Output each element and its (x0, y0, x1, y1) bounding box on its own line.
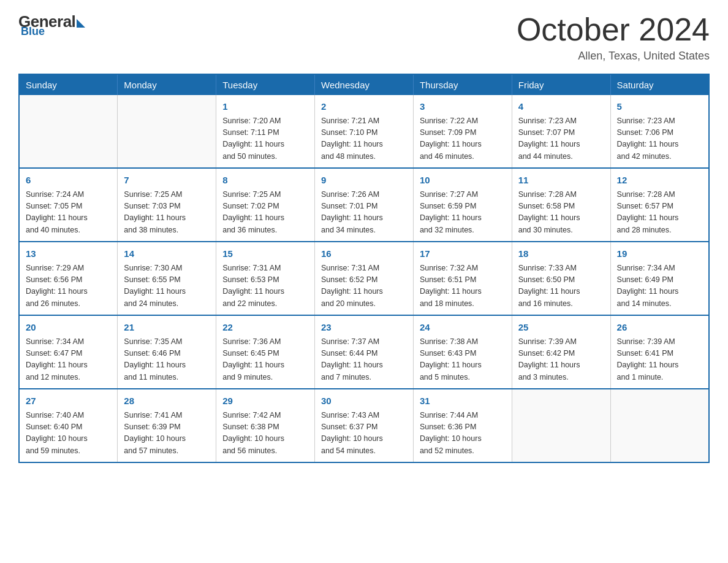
table-row: 20Sunrise: 7:34 AM Sunset: 6:47 PM Dayli… (19, 315, 118, 389)
logo-triangle-icon (77, 19, 85, 28)
day-info: Sunrise: 7:36 AM Sunset: 6:45 PM Dayligh… (222, 336, 308, 384)
calendar-table: Sunday Monday Tuesday Wednesday Thursday… (18, 74, 710, 463)
calendar-week-row: 13Sunrise: 7:29 AM Sunset: 6:56 PM Dayli… (19, 242, 709, 315)
header-monday: Monday (118, 74, 216, 95)
calendar-week-row: 1Sunrise: 7:20 AM Sunset: 7:11 PM Daylig… (19, 95, 709, 168)
header-friday: Friday (512, 74, 610, 95)
day-info: Sunrise: 7:33 AM Sunset: 6:50 PM Dayligh… (518, 262, 604, 310)
logo: General Blue (18, 12, 85, 38)
day-number: 15 (222, 247, 308, 261)
table-row: 10Sunrise: 7:27 AM Sunset: 6:59 PM Dayli… (413, 168, 512, 242)
day-number: 1 (222, 100, 308, 114)
table-row: 3Sunrise: 7:22 AM Sunset: 7:09 PM Daylig… (413, 95, 512, 168)
table-row: 12Sunrise: 7:28 AM Sunset: 6:57 PM Dayli… (610, 168, 709, 242)
day-number: 8 (222, 174, 308, 188)
table-row: 2Sunrise: 7:21 AM Sunset: 7:10 PM Daylig… (315, 95, 414, 168)
day-number: 12 (617, 174, 702, 188)
day-number: 5 (617, 100, 702, 114)
day-info: Sunrise: 7:40 AM Sunset: 6:40 PM Dayligh… (26, 410, 111, 458)
day-number: 11 (518, 174, 604, 188)
table-row: 31Sunrise: 7:44 AM Sunset: 6:36 PM Dayli… (413, 389, 512, 462)
day-number: 26 (617, 321, 702, 335)
table-row: 25Sunrise: 7:39 AM Sunset: 6:42 PM Dayli… (512, 315, 610, 389)
table-row: 9Sunrise: 7:26 AM Sunset: 7:01 PM Daylig… (315, 168, 414, 242)
day-info: Sunrise: 7:31 AM Sunset: 6:52 PM Dayligh… (321, 262, 407, 310)
day-number: 25 (518, 321, 604, 335)
day-info: Sunrise: 7:34 AM Sunset: 6:49 PM Dayligh… (617, 262, 702, 310)
header-saturday: Saturday (610, 74, 709, 95)
header-thursday: Thursday (413, 74, 512, 95)
table-row: 7Sunrise: 7:25 AM Sunset: 7:03 PM Daylig… (118, 168, 216, 242)
page-header: General Blue October 2024 Allen, Texas, … (18, 12, 710, 63)
table-row: 18Sunrise: 7:33 AM Sunset: 6:50 PM Dayli… (512, 242, 610, 315)
table-row: 5Sunrise: 7:23 AM Sunset: 7:06 PM Daylig… (610, 95, 709, 168)
day-number: 10 (420, 174, 506, 188)
day-number: 21 (124, 321, 210, 335)
table-row (610, 389, 709, 462)
table-row: 23Sunrise: 7:37 AM Sunset: 6:44 PM Dayli… (315, 315, 414, 389)
table-row: 21Sunrise: 7:35 AM Sunset: 6:46 PM Dayli… (118, 315, 216, 389)
day-info: Sunrise: 7:29 AM Sunset: 6:56 PM Dayligh… (26, 262, 111, 310)
day-number: 7 (124, 174, 210, 188)
logo-blue-text: Blue (21, 25, 45, 38)
table-row: 13Sunrise: 7:29 AM Sunset: 6:56 PM Dayli… (19, 242, 118, 315)
day-number: 29 (222, 394, 308, 408)
location-text: Allen, Texas, United States (517, 50, 710, 63)
table-row: 22Sunrise: 7:36 AM Sunset: 6:45 PM Dayli… (216, 315, 315, 389)
day-number: 30 (321, 394, 407, 408)
day-info: Sunrise: 7:38 AM Sunset: 6:43 PM Dayligh… (420, 336, 506, 384)
day-info: Sunrise: 7:26 AM Sunset: 7:01 PM Dayligh… (321, 189, 407, 237)
day-info: Sunrise: 7:31 AM Sunset: 6:53 PM Dayligh… (222, 262, 308, 310)
day-info: Sunrise: 7:35 AM Sunset: 6:46 PM Dayligh… (124, 336, 210, 384)
day-info: Sunrise: 7:27 AM Sunset: 6:59 PM Dayligh… (420, 189, 506, 237)
day-info: Sunrise: 7:39 AM Sunset: 6:41 PM Dayligh… (617, 336, 702, 384)
day-info: Sunrise: 7:41 AM Sunset: 6:39 PM Dayligh… (124, 410, 210, 458)
day-number: 31 (420, 394, 506, 408)
header-wednesday: Wednesday (315, 74, 414, 95)
table-row: 14Sunrise: 7:30 AM Sunset: 6:55 PM Dayli… (118, 242, 216, 315)
day-number: 24 (420, 321, 506, 335)
day-info: Sunrise: 7:22 AM Sunset: 7:09 PM Dayligh… (420, 115, 506, 163)
day-number: 20 (26, 321, 111, 335)
table-row: 19Sunrise: 7:34 AM Sunset: 6:49 PM Dayli… (610, 242, 709, 315)
table-row: 1Sunrise: 7:20 AM Sunset: 7:11 PM Daylig… (216, 95, 315, 168)
table-row: 29Sunrise: 7:42 AM Sunset: 6:38 PM Dayli… (216, 389, 315, 462)
table-row: 30Sunrise: 7:43 AM Sunset: 6:37 PM Dayli… (315, 389, 414, 462)
day-info: Sunrise: 7:42 AM Sunset: 6:38 PM Dayligh… (222, 410, 308, 458)
title-area: October 2024 Allen, Texas, United States (517, 12, 710, 63)
day-number: 23 (321, 321, 407, 335)
header-tuesday: Tuesday (216, 74, 315, 95)
day-number: 3 (420, 100, 506, 114)
day-number: 17 (420, 247, 506, 261)
day-number: 13 (26, 247, 111, 261)
calendar-week-row: 6Sunrise: 7:24 AM Sunset: 7:05 PM Daylig… (19, 168, 709, 242)
calendar-week-row: 20Sunrise: 7:34 AM Sunset: 6:47 PM Dayli… (19, 315, 709, 389)
calendar-header-row: Sunday Monday Tuesday Wednesday Thursday… (19, 74, 709, 95)
header-sunday: Sunday (19, 74, 118, 95)
table-row: 6Sunrise: 7:24 AM Sunset: 7:05 PM Daylig… (19, 168, 118, 242)
day-info: Sunrise: 7:28 AM Sunset: 6:57 PM Dayligh… (617, 189, 702, 237)
table-row: 15Sunrise: 7:31 AM Sunset: 6:53 PM Dayli… (216, 242, 315, 315)
table-row: 11Sunrise: 7:28 AM Sunset: 6:58 PM Dayli… (512, 168, 610, 242)
day-number: 9 (321, 174, 407, 188)
day-number: 27 (26, 394, 111, 408)
day-number: 2 (321, 100, 407, 114)
day-number: 4 (518, 100, 604, 114)
table-row: 8Sunrise: 7:25 AM Sunset: 7:02 PM Daylig… (216, 168, 315, 242)
day-info: Sunrise: 7:20 AM Sunset: 7:11 PM Dayligh… (222, 115, 308, 163)
calendar-week-row: 27Sunrise: 7:40 AM Sunset: 6:40 PM Dayli… (19, 389, 709, 462)
table-row: 27Sunrise: 7:40 AM Sunset: 6:40 PM Dayli… (19, 389, 118, 462)
day-number: 18 (518, 247, 604, 261)
table-row: 28Sunrise: 7:41 AM Sunset: 6:39 PM Dayli… (118, 389, 216, 462)
month-title: October 2024 (517, 12, 710, 47)
table-row (19, 95, 118, 168)
day-info: Sunrise: 7:34 AM Sunset: 6:47 PM Dayligh… (26, 336, 111, 384)
day-info: Sunrise: 7:39 AM Sunset: 6:42 PM Dayligh… (518, 336, 604, 384)
day-info: Sunrise: 7:25 AM Sunset: 7:03 PM Dayligh… (124, 189, 210, 237)
table-row: 16Sunrise: 7:31 AM Sunset: 6:52 PM Dayli… (315, 242, 414, 315)
day-info: Sunrise: 7:44 AM Sunset: 6:36 PM Dayligh… (420, 410, 506, 458)
table-row: 4Sunrise: 7:23 AM Sunset: 7:07 PM Daylig… (512, 95, 610, 168)
table-row (118, 95, 216, 168)
day-info: Sunrise: 7:23 AM Sunset: 7:07 PM Dayligh… (518, 115, 604, 163)
table-row: 17Sunrise: 7:32 AM Sunset: 6:51 PM Dayli… (413, 242, 512, 315)
